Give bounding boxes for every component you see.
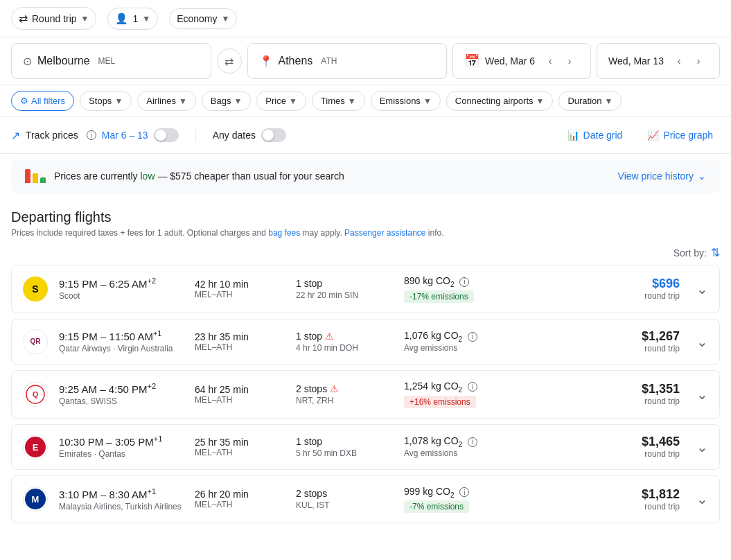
airline-name: Malaysia Airlines, Turkish Airlines: [59, 502, 184, 511]
price-graph-label: Price graph: [663, 130, 713, 141]
price-trip-type: round trip: [642, 344, 680, 353]
sort-icon[interactable]: ⇅: [711, 246, 720, 259]
airline-name: Qatar Airways · Virgin Australia: [59, 344, 184, 353]
price-trip-type: round trip: [642, 502, 680, 511]
route-text: MEL–ATH: [195, 290, 285, 299]
connecting-airports-filter-btn[interactable]: Connecting airports ▼: [446, 91, 554, 111]
return-date-nav: ‹ ›: [669, 51, 708, 71]
flight-row[interactable]: Q 9:25 AM – 4:50 PM+2 Qantas, SWISS 64 h…: [11, 370, 720, 419]
any-dates-toggle[interactable]: [261, 128, 286, 142]
origin-field[interactable]: ⊙ Melbourne MEL: [11, 43, 211, 79]
time-range: 3:10 PM – 8:30 AM+1: [59, 487, 184, 500]
stops-text: 1 stop ⚠: [296, 331, 393, 342]
price-bar-high: [25, 169, 30, 183]
connecting-airports-chevron: ▼: [536, 96, 545, 106]
swap-button[interactable]: ⇄: [217, 49, 242, 73]
track-prices-toggle[interactable]: [154, 128, 179, 142]
cabin-class-label: Economy: [177, 13, 217, 24]
emissions-badge: Avg emissions: [404, 343, 515, 353]
stops-text: 2 stops ⚠: [296, 383, 393, 394]
flight-times: 9:15 PM – 6:25 AM+2 Scoot: [59, 277, 184, 301]
top-bar: ⇄ Round trip ▼ 👤 1 ▼ Economy ▼: [0, 0, 731, 37]
return-prev-btn[interactable]: ‹: [669, 51, 689, 71]
dest-pin-icon: 📍: [259, 55, 273, 68]
connecting-airports-label: Connecting airports: [455, 96, 534, 106]
price-banner-text: Prices are currently low — $575 cheaper …: [54, 170, 610, 182]
trending-up-icon: ↗: [11, 129, 20, 142]
dest-code: ATH: [321, 56, 337, 66]
price-filter-label: Price: [265, 96, 286, 106]
duration-filter-label: Duration: [567, 96, 601, 106]
airlines-filter-label: Airlines: [146, 96, 176, 106]
bag-fees-link[interactable]: bag fees: [268, 228, 300, 238]
price-bar-low: [40, 177, 46, 183]
time-range: 10:30 PM – 3:05 PM+1: [59, 435, 184, 448]
flight-row[interactable]: S 9:15 PM – 6:25 AM+2 Scoot 42 hr 10 min…: [11, 265, 720, 313]
origin-dot-icon: ⊙: [23, 55, 32, 68]
airline-logo: S: [23, 277, 48, 301]
flight-row[interactable]: M 3:10 PM – 8:30 AM+1 Malaysia Airlines,…: [11, 475, 720, 524]
track-prices-info-icon[interactable]: i: [87, 130, 96, 140]
depart-prev-btn[interactable]: ‹: [540, 51, 560, 71]
airlines-chevron: ▼: [179, 96, 187, 106]
origin-code: MEL: [98, 56, 116, 66]
emissions-text: 1,076 kg CO2 i: [404, 330, 515, 343]
separator: [195, 128, 196, 142]
expand-button[interactable]: ⌄: [696, 491, 708, 507]
route-text: MEL–ATH: [195, 395, 285, 405]
date-grid-icon: 📊: [567, 130, 579, 141]
price-amount: $696: [644, 277, 680, 291]
emissions-info-icon[interactable]: i: [459, 487, 469, 497]
expand-button[interactable]: ⌄: [696, 386, 708, 403]
duration-text: 64 hr 25 min: [195, 384, 285, 395]
price-graph-btn[interactable]: 📈 Price graph: [640, 125, 720, 145]
stops-filter-btn[interactable]: Stops ▼: [80, 91, 132, 111]
bags-filter-btn[interactable]: Bags ▼: [202, 91, 252, 111]
cabin-class-selector[interactable]: Economy ▼: [169, 8, 237, 29]
duration-filter-btn[interactable]: Duration ▼: [558, 91, 622, 111]
date-grid-btn[interactable]: 📊 Date grid: [561, 125, 630, 145]
flight-row[interactable]: E 10:30 PM – 3:05 PM+1 Emirates · Qantas…: [11, 424, 720, 470]
flight-emissions: 1,078 kg CO2 i Avg emissions: [404, 435, 515, 458]
emissions-filter-btn[interactable]: Emissions ▼: [371, 91, 441, 111]
emissions-info-icon[interactable]: i: [468, 437, 477, 447]
bags-chevron: ▼: [234, 96, 242, 106]
warning-icon: ⚠: [325, 331, 334, 342]
price-amount: $1,351: [642, 382, 680, 396]
airline-name: Emirates · Qantas: [59, 449, 184, 459]
depart-next-btn[interactable]: ›: [560, 51, 579, 71]
passengers-selector[interactable]: 👤 1 ▼: [107, 8, 158, 30]
trip-type-selector[interactable]: ⇄ Round trip ▼: [11, 7, 96, 30]
emissions-info-icon[interactable]: i: [468, 332, 477, 342]
subtitle-text2: may apply.: [300, 228, 344, 238]
expand-button[interactable]: ⌄: [696, 333, 708, 350]
emissions-info-icon[interactable]: i: [459, 277, 469, 287]
stops-chevron: ▼: [114, 96, 123, 106]
arrive-offset: +1: [154, 435, 163, 443]
flight-row[interactable]: QR 9:15 PM – 11:50 AM+1 Qatar Airways · …: [11, 319, 720, 365]
price-amount: $1,812: [642, 487, 680, 502]
price-filter-btn[interactable]: Price ▼: [256, 91, 306, 111]
view-price-history-btn[interactable]: View price history ⌄: [618, 170, 706, 182]
emissions-info-icon[interactable]: i: [468, 382, 477, 392]
time-range: 9:15 PM – 6:25 AM+2: [59, 277, 184, 290]
passenger-assistance-link[interactable]: Passenger assistance: [344, 228, 425, 238]
times-filter-label: Times: [321, 96, 345, 106]
times-filter-btn[interactable]: Times ▼: [312, 91, 365, 111]
airlines-filter-btn[interactable]: Airlines ▼: [137, 91, 196, 111]
stops-detail: NRT, ZRH: [296, 396, 393, 405]
expand-button[interactable]: ⌄: [696, 281, 708, 297]
flight-price: $1,465 round trip: [642, 435, 680, 459]
chevron-down-icon: ⌄: [698, 170, 706, 182]
return-date-field[interactable]: Wed, Mar 13 ‹ ›: [597, 43, 720, 79]
price-bar-mid: [33, 173, 38, 183]
svg-text:Q: Q: [33, 390, 39, 399]
return-next-btn[interactable]: ›: [689, 51, 708, 71]
emissions-badge: -17% emissions: [404, 290, 474, 303]
depart-date-nav: ‹ ›: [540, 51, 579, 71]
expand-button[interactable]: ⌄: [696, 439, 708, 455]
all-filters-btn[interactable]: ⚙ All filters: [11, 91, 74, 111]
price-amount: $1,267: [642, 329, 680, 344]
destination-field[interactable]: 📍 Athens ATH: [247, 43, 448, 79]
depart-date-field[interactable]: 📅 Wed, Mar 6 ‹ ›: [452, 43, 591, 79]
